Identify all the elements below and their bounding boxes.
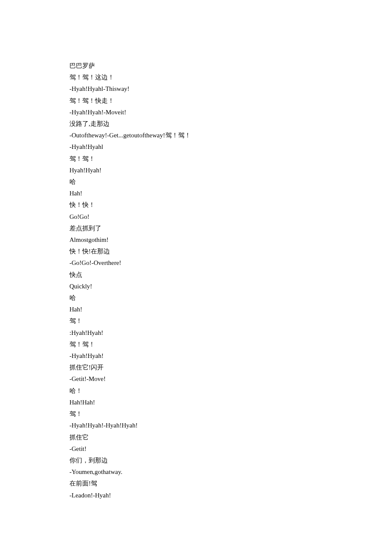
text-line: 哈 (69, 176, 325, 188)
text-line: 差点抓到了 (69, 223, 325, 234)
text-line: -Youmen,gothatway. (69, 466, 325, 478)
text-line: -Hyah!Hyahl (69, 141, 325, 153)
text-line: -Hyah!Hyahl-Thisway! (69, 83, 325, 95)
text-line: -Leadon!-Hyah! (69, 490, 325, 501)
text-line: -Hyah!Hyah!-Hyah!Hyah! (69, 420, 325, 431)
text-line: 哈 (69, 292, 325, 304)
text-line: Hah!Hah! (69, 397, 325, 408)
text-line: 巴巴罗萨 (69, 60, 325, 72)
document-page: 巴巴罗萨 驾！驾！这边！ -Hyah!Hyahl-Thisway! 驾！驾！快走… (0, 0, 325, 501)
text-line: 驾！驾！快走！ (69, 95, 325, 107)
text-line: 哈！ (69, 385, 325, 397)
text-line: Almostgothim! (69, 234, 325, 246)
text-line: 驾！驾！这边！ (69, 72, 325, 83)
text-line: 快点 (69, 269, 325, 281)
text-line: :Hyah!Hyah! (69, 327, 325, 339)
text-line: -Go!Go!-Overthere! (69, 257, 325, 269)
text-line: Go!Go! (69, 211, 325, 223)
text-line: 驾！驾！ (69, 339, 325, 350)
text-line: 驾！ (69, 408, 325, 420)
text-line: 驾！驾！ (69, 153, 325, 165)
text-line: -Hyah!Hyah! (69, 350, 325, 362)
text-line: 驾！ (69, 315, 325, 327)
text-line: -Getit! (69, 443, 325, 455)
text-line: 快！快！ (69, 199, 325, 211)
text-line: -Hyah!Hyah!-Moveit! (69, 107, 325, 118)
text-line: Hyah!Hyah! (69, 165, 325, 176)
text-line: 没路了,走那边 (69, 118, 325, 130)
text-line: 快！快!在那边 (69, 246, 325, 257)
text-line: 在前面!驾 (69, 478, 325, 489)
text-line: 抓住它 (69, 432, 325, 443)
text-line: 你们，到那边 (69, 455, 325, 466)
text-line: Quickly! (69, 281, 325, 292)
text-line: -Outoftheway!-Get...getoutoftheway!驾！驾！ (69, 130, 325, 141)
text-line: Hah! (69, 304, 325, 315)
text-line: Hah! (69, 188, 325, 199)
text-line: -Getit!-Move! (69, 373, 325, 385)
text-line: 抓住它!闪开 (69, 362, 325, 373)
